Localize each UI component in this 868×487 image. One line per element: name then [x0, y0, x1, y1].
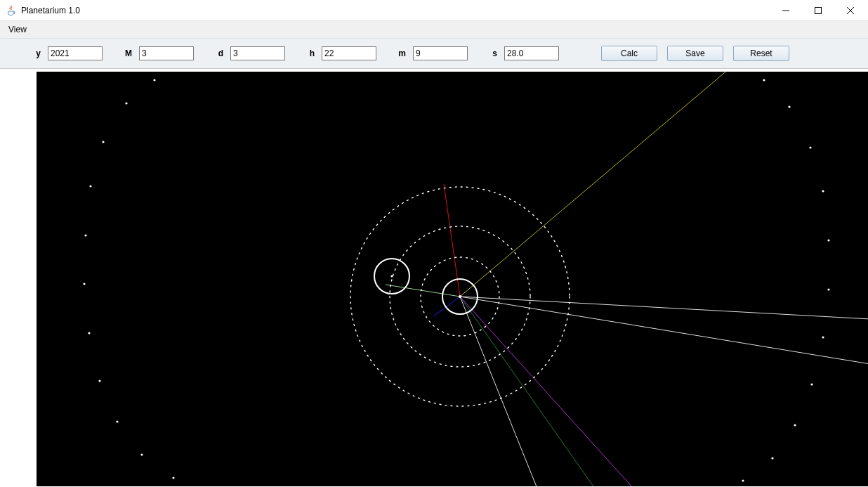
star-5 [83, 283, 85, 285]
star-16 [827, 288, 829, 290]
star-14 [822, 190, 824, 192]
star-6 [88, 332, 90, 334]
close-button[interactable] [834, 0, 867, 20]
star-3 [89, 185, 91, 187]
close-icon [847, 7, 854, 14]
white-ray-a [460, 297, 537, 486]
menubar: View [0, 21, 868, 38]
star-4 [84, 234, 86, 236]
star-10 [172, 476, 174, 479]
menu-view[interactable]: View [4, 23, 31, 36]
star-9 [140, 453, 143, 455]
sun-center [459, 295, 461, 298]
star-15 [827, 239, 829, 241]
star-11 [763, 79, 765, 81]
label-year: y [28, 48, 41, 58]
minimize-button[interactable] [770, 0, 802, 20]
hour-field[interactable] [322, 46, 376, 60]
star-20 [771, 457, 773, 459]
date-time-toolbar: y M d h m s Calc Save Reset [0, 38, 868, 69]
label-second: s [485, 48, 497, 58]
svg-rect-1 [815, 7, 822, 13]
maximize-icon [815, 7, 822, 14]
star-7 [98, 379, 100, 382]
star-1 [125, 102, 127, 104]
label-hour: h [302, 48, 315, 58]
minute-field[interactable] [413, 46, 468, 60]
minimize-icon [782, 7, 789, 14]
star-12 [788, 105, 790, 108]
titlebar: Planetarium 1.0 [0, 0, 868, 21]
maximize-button[interactable] [802, 0, 834, 20]
olive-ray [460, 72, 728, 297]
star-19 [794, 424, 796, 426]
label-month: M [119, 48, 132, 58]
reset-button[interactable]: Reset [733, 46, 789, 61]
month-field[interactable] [139, 46, 194, 60]
star-17 [822, 336, 824, 338]
planetarium-canvas[interactable] [37, 72, 868, 486]
label-minute: m [393, 48, 406, 58]
ray-to-moon [386, 285, 460, 297]
year-field[interactable] [48, 46, 103, 60]
moon-center [390, 275, 393, 277]
sky-svg [37, 72, 868, 486]
second-field[interactable] [504, 46, 559, 60]
star-8 [116, 420, 118, 422]
label-day: d [211, 48, 223, 58]
star-21 [742, 479, 744, 481]
white-ray-c [460, 297, 868, 319]
day-field[interactable] [230, 46, 285, 60]
dkgreen-ray [460, 297, 595, 486]
star-0 [153, 79, 155, 81]
star-2 [102, 141, 104, 143]
canvas-container [0, 69, 868, 487]
window-controls [770, 0, 867, 20]
star-13 [809, 146, 811, 148]
star-18 [810, 383, 813, 385]
save-button[interactable]: Save [667, 46, 723, 61]
java-coffee-icon [6, 5, 17, 16]
calc-button[interactable]: Calc [601, 46, 657, 61]
window-title: Planetarium 1.0 [21, 6, 80, 15]
magenta-ray [460, 297, 633, 486]
app-window: Planetarium 1.0 View y M d h m s Ca [0, 0, 868, 487]
